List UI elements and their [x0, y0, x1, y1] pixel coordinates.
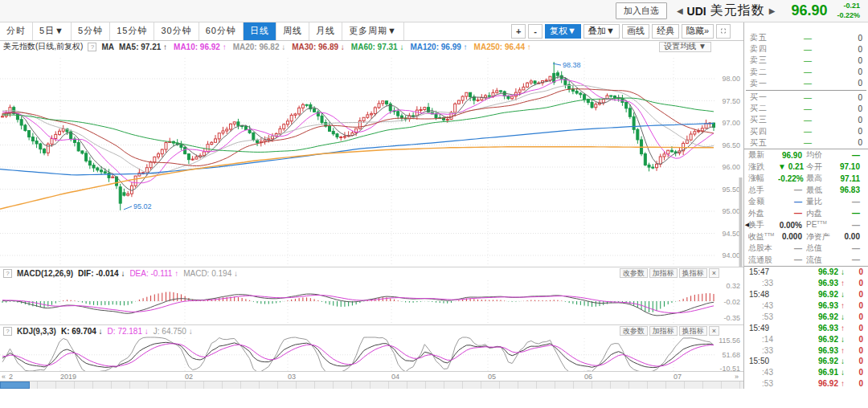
kdj-name: KDJ(9,3,3): [17, 327, 56, 336]
macd-chart[interactable]: 0.32-0.02-0.35: [0, 279, 743, 324]
svg-text:-0.35: -0.35: [723, 314, 740, 322]
tick-price: 96.93: [776, 279, 838, 288]
pane-button-换指标[interactable]: 换指标: [679, 326, 707, 336]
prev-symbol-icon[interactable]: ◀: [677, 6, 683, 15]
tick-row[interactable]: 15:4996.93↑0: [744, 322, 868, 333]
tick-row[interactable]: 15:4896.92↓0: [744, 289, 868, 300]
tick-time: 15:50: [749, 357, 776, 365]
quote-label: 总手: [748, 185, 778, 196]
scroll-right-button[interactable]: »: [735, 373, 739, 381]
tick-price: 96.92: [776, 312, 838, 321]
tick-direction-icon: ↓: [838, 357, 847, 365]
tick-price: 96.93: [776, 301, 838, 310]
period-tab-15分钟[interactable]: 15分钟: [110, 22, 154, 40]
next-symbol-icon[interactable]: ▶: [769, 6, 776, 15]
help-icon[interactable]: ?: [88, 43, 96, 51]
tick-row[interactable]: 15:4796.92↓0: [744, 267, 868, 278]
quote-detail-row: 涨跌▼ 0.21今开97.10: [744, 161, 868, 173]
order-book-row: 卖三—0: [744, 55, 868, 66]
pane-button-加指标[interactable]: 加指标: [649, 268, 678, 278]
order-book-volume: 0: [838, 79, 862, 88]
kdj-d-value: D: 72.181 ↓: [108, 327, 149, 336]
draw-line-button[interactable]: 画线: [622, 24, 649, 39]
add-watchlist-button[interactable]: 加入自选: [616, 2, 667, 19]
quote-label: 流通股: [748, 255, 778, 266]
quote-details: 最新96.90均价—涨跌▼ 0.21今开97.10涨幅-0.22%最高97.11…: [744, 149, 868, 266]
quote-value: —: [836, 198, 864, 206]
period-tab-日线[interactable]: 日线: [244, 22, 276, 40]
svg-text:95.00: 95.00: [722, 207, 740, 215]
price-change-pct: -0.22%: [837, 11, 860, 20]
svg-text:98.38: 98.38: [563, 61, 581, 69]
pane-button-改参数[interactable]: 改参数: [620, 326, 648, 336]
order-book-price-dash: —: [777, 104, 838, 113]
pane-button-加指标[interactable]: 加指标: [649, 326, 678, 336]
tick-direction-icon: ↑: [838, 324, 847, 333]
tick-volume: 0: [847, 335, 863, 344]
tick-time: :33: [749, 346, 776, 355]
ma-settings-button[interactable]: 设置均线 ▼: [659, 42, 711, 52]
quote-detail-row: 外盘—内盘—: [744, 207, 868, 219]
macd-dif-value: DIF: -0.014 ↓: [78, 269, 125, 278]
tick-row[interactable]: :3396.93↑0: [744, 345, 868, 356]
tick-row[interactable]: :4396.91↓0: [744, 367, 868, 378]
hide-panel-button[interactable]: 隐藏»: [682, 24, 714, 39]
symbol-code: UDI: [687, 5, 706, 18]
period-tab-月线[interactable]: 月线: [309, 22, 342, 40]
tick-time: :43: [749, 301, 776, 310]
ma-value-item: MA250: 96.44 ↑: [474, 43, 531, 51]
quote-label: 最低: [806, 185, 836, 196]
period-tab-60分钟[interactable]: 60分钟: [199, 22, 244, 40]
tick-volume: 0: [847, 312, 863, 321]
period-tab-30分钟[interactable]: 30分钟: [154, 22, 199, 40]
period-tab-周线[interactable]: 周线: [276, 22, 309, 40]
order-book-level-label: 卖三: [750, 55, 777, 66]
help-icon[interactable]: ?: [3, 327, 12, 336]
quote-value: —: [836, 244, 864, 253]
quote-panel: ◀ 卖五—0卖四—0卖三—0卖二—0卖一—0买一—0买二—0买三—0买四—0买五…: [743, 22, 868, 389]
tick-row[interactable]: :3396.93↑0: [744, 278, 868, 289]
date-label-04: 04: [391, 373, 399, 381]
adjust-dropdown[interactable]: 复权▼: [545, 24, 581, 39]
zoom-out-button[interactable]: -: [528, 24, 542, 39]
period-tab-更多周期[interactable]: 更多周期▼: [342, 22, 404, 40]
tick-row[interactable]: :5396.92↑0: [744, 378, 868, 389]
svg-text:95.02: 95.02: [133, 202, 152, 210]
fullscreen-button[interactable]: [716, 24, 731, 39]
help-icon[interactable]: ?: [3, 269, 12, 278]
pane-button-换指标[interactable]: 换指标: [679, 268, 707, 278]
tick-row[interactable]: :1496.92↓0: [744, 333, 868, 345]
quote-label: 收益TTM: [748, 231, 778, 243]
period-tabs: 分时5日▼5分钟15分钟30分钟60分钟日线周线月线更多周期▼: [0, 22, 404, 40]
scroll-left-button[interactable]: «: [2, 373, 6, 381]
overlay-dropdown[interactable]: 叠加▼: [583, 24, 620, 39]
pane-close-button[interactable]: ×: [709, 268, 719, 278]
tick-row[interactable]: :4396.93↑0: [744, 300, 868, 312]
chart-navigator[interactable]: [0, 381, 743, 389]
quote-value: 96.83: [836, 186, 864, 194]
tick-price: 96.91: [776, 368, 838, 377]
tick-list[interactable]: 15:4796.92↓0:3396.93↑015:4896.92↓0:4396.…: [744, 266, 868, 389]
main-price-chart[interactable]: 98.0097.5097.0096.5096.0095.5095.0094.50…: [0, 53, 743, 267]
classic-mode-button[interactable]: 经典: [652, 24, 679, 39]
panel-collapse-handle[interactable]: ◀: [744, 214, 750, 236]
date-label-05: 05: [488, 373, 496, 381]
order-book-level-label: 卖五: [750, 32, 777, 43]
svg-text:94.00: 94.00: [722, 251, 740, 259]
symbol-nav: ◀ UDI 美元指数 ▶: [677, 2, 776, 19]
kdj-chart[interactable]: 115.5651.68-10.51: [0, 337, 743, 371]
zoom-in-button[interactable]: +: [511, 24, 526, 39]
order-book-volume: 0: [838, 127, 862, 136]
pane-button-改参数[interactable]: 改参数: [620, 268, 648, 278]
tick-row[interactable]: :5396.92↓0: [744, 311, 868, 322]
order-book-volume: 0: [838, 45, 862, 54]
navigator-thumb[interactable]: [0, 381, 30, 389]
period-tab-5日[interactable]: 5日▼: [33, 22, 72, 40]
period-tab-分时[interactable]: 分时: [0, 22, 33, 40]
tick-row[interactable]: 15:5096.92↓0: [744, 356, 868, 367]
pane-close-button[interactable]: ×: [709, 326, 719, 336]
quote-value: —: [778, 244, 806, 253]
quote-value: 0.00: [836, 232, 864, 241]
period-tab-5分钟[interactable]: 5分钟: [72, 22, 110, 40]
tick-price: 96.92: [776, 267, 838, 276]
